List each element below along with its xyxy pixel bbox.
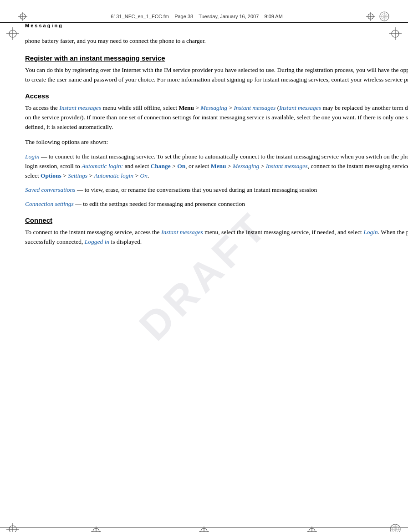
content-area: Messaging phone battery faster, and you …	[25, 23, 408, 247]
filename: 6131_NFC_en_1_FCC.fm	[111, 14, 169, 19]
logged-in-link: Logged in	[85, 238, 109, 245]
saved-dash: —	[76, 186, 85, 193]
gt2: >	[227, 104, 234, 111]
gt-menu: >	[226, 163, 233, 169]
login-link: Login	[25, 153, 40, 160]
login-text-mid: and select	[123, 163, 150, 169]
connection-settings-link: Connection settings	[25, 200, 74, 207]
options-intro: The following options are shown:	[25, 138, 408, 147]
paren-open: (	[275, 104, 279, 111]
crosshair-top-right-icon	[366, 12, 375, 21]
option-connection-settings: Connection settings — to edit the settin…	[25, 200, 408, 209]
page-container: DRAFT 6131_NFC_en_1_FCC.fm Page 38 Tuesd…	[0, 10, 408, 532]
intro-text: phone battery faster, and you may need t…	[25, 37, 206, 44]
crosshair-bottom-center-icon	[199, 527, 209, 532]
access-body1: To access the Instant messages menu whil…	[25, 103, 408, 132]
messaging-link3: Messaging	[233, 163, 260, 169]
connect-body: To connect to the instant messaging serv…	[25, 228, 408, 247]
gt-change: >	[171, 163, 177, 169]
register-heading: Register with an instant messaging servi…	[25, 54, 408, 62]
gt-options: >	[61, 172, 68, 179]
settings-link: Settings	[68, 172, 87, 179]
top-bar: 6131_NFC_en_1_FCC.fm Page 38 Tuesday, Ja…	[0, 10, 408, 23]
connection-dash: —	[74, 200, 83, 207]
chapter-title: Messaging	[25, 23, 408, 28]
crosshair-bottom-right-icon	[307, 527, 317, 532]
auto-login-link2: Automatic login	[94, 172, 133, 179]
instant-messages-link5: Instant messages	[266, 163, 308, 169]
gt-msg: >	[259, 163, 265, 169]
menu-bold2: Menu	[211, 163, 226, 169]
top-bar-right	[366, 11, 390, 22]
option-saved-conversations: Saved conversations — to view, erase, or…	[25, 185, 408, 195]
time-info: 9:09 AM	[265, 14, 283, 19]
connection-text: to edit the settings needed for messagin…	[83, 200, 245, 207]
crosshair-top-left-icon	[18, 12, 27, 21]
corner-tl-icon	[6, 27, 19, 40]
automatic-login-link1: Automatic login:	[82, 163, 123, 169]
access-body1-pre: To access the	[25, 104, 59, 111]
instant-messages-link3: Instant messages	[234, 104, 275, 111]
access-heading: Access	[25, 92, 408, 100]
gt-settings: >	[87, 172, 94, 179]
connect-body-end: is displayed.	[109, 238, 142, 245]
day-info: Tuesday, January 16, 2007	[199, 14, 259, 19]
access-body1-mid1: menu while still offline, select	[101, 104, 178, 111]
instant-messages-link4: Instant messages	[279, 104, 321, 111]
gt-auto: >	[133, 172, 140, 179]
change-bold: Change	[151, 163, 171, 169]
connect-body-pre: To connect to the instant messaging serv…	[25, 229, 161, 235]
spirograph-top-right-icon	[379, 11, 390, 22]
instant-messages-connect-link: Instant messages	[161, 229, 203, 235]
register-body: You can do this by registering over the …	[25, 66, 408, 85]
connect-body-mid: menu, select the instant messaging servi…	[203, 229, 363, 235]
options-bold: Options	[41, 172, 61, 179]
intro-paragraph: phone battery faster, and you may need t…	[25, 36, 408, 46]
saved-conversations-link: Saved conversations	[25, 186, 76, 193]
instant-messages-link1: Instant messages	[59, 104, 101, 111]
top-bar-left	[18, 12, 27, 21]
login-period: .	[148, 172, 149, 179]
login-comma: , or select	[185, 163, 210, 169]
saved-text: to view, erase, or rename the conversati…	[85, 186, 317, 193]
corner-bl-icon	[6, 523, 19, 532]
menu-bold1: Menu	[178, 104, 194, 111]
messaging-link2: Messaging	[201, 104, 228, 111]
gt1: >	[194, 104, 200, 111]
crosshair-bottom-left-icon	[91, 527, 101, 532]
option-login: Login — to connect to the instant messag…	[25, 152, 408, 181]
top-bar-info: 6131_NFC_en_1_FCC.fm Page 38 Tuesday, Ja…	[111, 14, 283, 19]
on-bold1: On	[177, 163, 185, 169]
connect-heading: Connect	[25, 216, 408, 224]
page-info: Page 38	[174, 14, 193, 19]
login-dash: —	[40, 153, 49, 160]
corner-br-icon	[389, 523, 402, 532]
on-link: On	[140, 172, 148, 179]
login-connect-link: Login	[363, 229, 378, 235]
